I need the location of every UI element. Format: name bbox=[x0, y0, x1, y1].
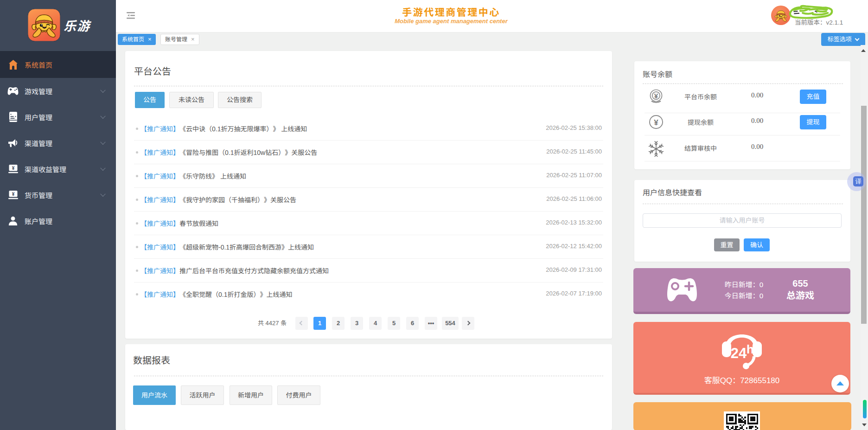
svg-text:h: h bbox=[747, 342, 754, 356]
svg-text:¥: ¥ bbox=[654, 92, 658, 100]
svg-text:¥: ¥ bbox=[12, 191, 14, 196]
svg-text:¥: ¥ bbox=[12, 165, 14, 170]
svg-text:24: 24 bbox=[731, 345, 747, 361]
svg-text:¥: ¥ bbox=[654, 118, 658, 127]
